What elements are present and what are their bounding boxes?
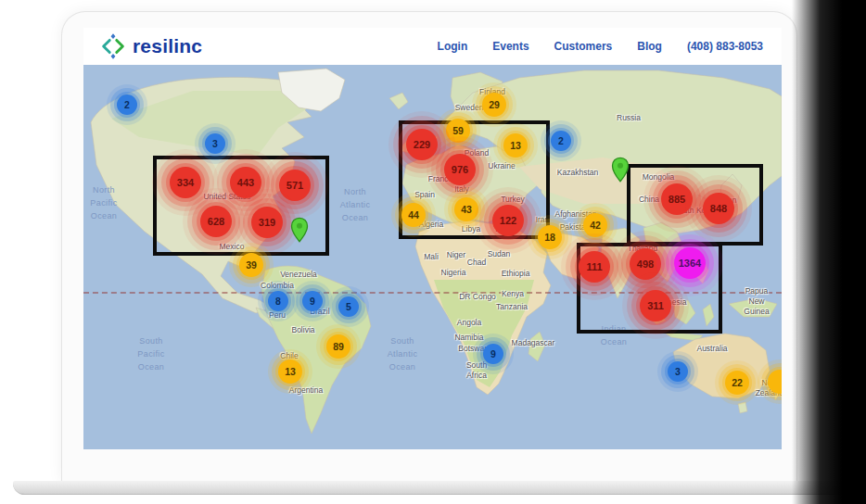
nav-link-events[interactable]: Events: [492, 40, 529, 53]
main-nav: LoginEventsCustomersBlog(408) 883-8053: [413, 40, 782, 53]
resilinc-logo-icon: [98, 32, 128, 60]
resilinc-logo[interactable]: resilinc: [83, 32, 202, 60]
nav-link-login[interactable]: Login: [438, 40, 468, 53]
cluster-marker[interactable]: 2: [551, 131, 571, 151]
cluster-marker[interactable]: 89: [326, 334, 350, 359]
cluster-marker[interactable]: 3: [205, 133, 225, 154]
cluster-marker[interactable]: 5: [338, 296, 359, 317]
cluster-marker[interactable]: 628: [200, 206, 232, 237]
cluster-marker[interactable]: 22: [725, 371, 749, 395]
site-header: resilinc LoginEventsCustomersBlog(408) 8…: [83, 28, 782, 65]
cluster-marker[interactable]: 334: [170, 167, 201, 198]
nav-link-408-883-8053[interactable]: (408) 883-8053: [687, 40, 763, 53]
cluster-marker[interactable]: 13: [278, 359, 302, 384]
cluster-marker[interactable]: 29: [482, 93, 506, 117]
logo-text: resilinc: [133, 35, 202, 57]
cluster-marker[interactable]: 42: [583, 213, 607, 237]
cluster-marker[interactable]: 8: [268, 291, 288, 311]
cluster-marker[interactable]: 1364: [674, 247, 706, 279]
map-pin-icon[interactable]: [611, 157, 630, 186]
nav-link-customers[interactable]: Customers: [554, 40, 613, 53]
cluster-marker[interactable]: 39: [239, 253, 263, 277]
world-map[interactable]: North Pacific OceanNorth Atlantic OceanS…: [83, 65, 782, 449]
selection-box-china-japan: [627, 164, 763, 246]
laptop-base: [13, 481, 853, 495]
cluster-marker[interactable]: 443: [230, 167, 261, 198]
cluster-marker[interactable]: 2: [117, 94, 137, 115]
cluster-marker[interactable]: 229: [406, 129, 438, 160]
cluster-marker[interactable]: 9: [302, 291, 323, 311]
cluster-marker[interactable]: 13: [503, 133, 528, 158]
photo-shadow: [792, 0, 866, 504]
cluster-marker[interactable]: 44: [401, 203, 426, 227]
cluster-marker[interactable]: 111: [579, 251, 610, 283]
cluster-marker[interactable]: 43: [454, 197, 478, 221]
cluster-marker[interactable]: 885: [661, 183, 693, 215]
nav-link-blog[interactable]: Blog: [637, 40, 662, 53]
cluster-marker[interactable]: 122: [492, 205, 524, 236]
cluster-marker[interactable]: 319: [251, 207, 283, 238]
cluster-marker[interactable]: 976: [444, 154, 476, 185]
map-pin-icon[interactable]: [290, 217, 309, 246]
cluster-marker[interactable]: 18: [538, 225, 562, 249]
cluster-marker[interactable]: 571: [279, 170, 311, 201]
cluster-marker[interactable]: 498: [630, 248, 661, 280]
cluster-marker[interactable]: 59: [446, 119, 470, 143]
cluster-marker[interactable]: 3: [668, 361, 688, 382]
cluster-marker[interactable]: 311: [640, 290, 671, 321]
cluster-marker[interactable]: 9: [483, 344, 503, 364]
cluster-marker[interactable]: 848: [703, 193, 734, 224]
browser-screen: resilinc LoginEventsCustomersBlog(408) 8…: [83, 28, 782, 449]
